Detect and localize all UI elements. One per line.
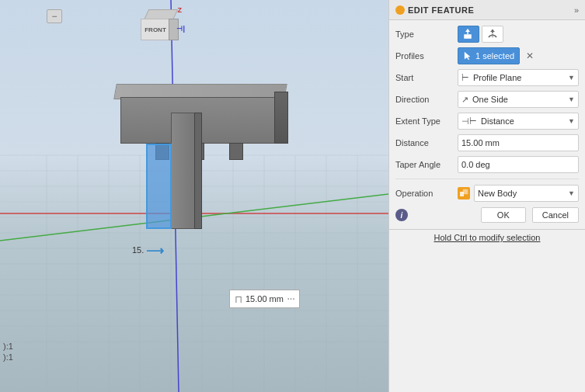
extent-type-icon: ⊣⊢ — [461, 116, 477, 127]
direction-row: Direction ↗ One Side ▼ — [389, 88, 585, 110]
type-btn-revolve[interactable] — [482, 26, 503, 43]
extent-type-label: Extent Type — [395, 116, 458, 126]
extrude-arrow: ⟶ — [146, 243, 164, 258]
direction-dropdown[interactable]: ↗ One Side ▼ — [458, 91, 579, 108]
start-label: Start — [395, 73, 458, 82]
distance-label: Distance — [395, 138, 458, 147]
operation-icon — [458, 187, 470, 199]
panel-header: EDIT FEATURE » — [389, 0, 585, 20]
type-btn-extrude[interactable] — [458, 26, 479, 43]
dim-label: 15. — [132, 245, 144, 255]
model-right-face — [274, 92, 288, 144]
cancel-button[interactable]: Cancel — [532, 207, 579, 223]
svg-rect-34 — [463, 189, 468, 194]
dim-box-bracket: ⊓ — [235, 293, 242, 305]
extent-type-dropdown[interactable]: ⊣⊢ Distance ▼ — [458, 113, 579, 130]
taper-angle-row: Taper Angle — [389, 154, 585, 175]
model-stem-front — [171, 113, 196, 229]
profiles-row: Profiles 1 selected ✕ — [389, 45, 585, 67]
start-prefix-icon: ⊢ — [461, 73, 469, 83]
profile-cursor-icon — [463, 51, 472, 61]
direction-value: One Side — [472, 95, 566, 104]
corner-cube[interactable]: FRONT Z ⊣| — [134, 6, 185, 57]
operation-control: New Body ▼ — [458, 185, 579, 202]
direction-prefix-icon: ↗ — [461, 95, 468, 105]
panel-title: EDIT FEATURE — [408, 5, 474, 15]
info-icon[interactable]: i — [395, 209, 408, 221]
viewport-3d[interactable]: 15. ⟶ ⊓ 15.00 mm ··· − FRONT Z ⊣| ):1 ):… — [0, 0, 388, 392]
profiles-control: 1 selected ✕ — [458, 47, 579, 64]
distance-input[interactable] — [458, 134, 579, 151]
bottom-label-0: ):1 — [0, 341, 16, 352]
ok-button[interactable]: OK — [481, 207, 526, 223]
svg-marker-32 — [465, 52, 470, 60]
profiles-label: Profiles — [395, 51, 458, 61]
start-control: ⊢ Profile Plane ▼ — [458, 69, 579, 86]
profiles-selected-button[interactable]: 1 selected — [458, 47, 520, 64]
action-buttons: OK Cancel — [481, 207, 579, 223]
extent-type-row: Extent Type ⊣⊢ Distance ▼ — [389, 110, 585, 132]
panel-expand-button[interactable]: » — [574, 5, 579, 15]
start-dropdown[interactable]: ⊢ Profile Plane ▼ — [458, 69, 579, 86]
panel-body: Type — [389, 20, 585, 229]
type-row: Type — [389, 23, 585, 45]
taper-angle-control — [458, 156, 579, 173]
start-value: Profile Plane — [473, 73, 566, 82]
direction-control: ↗ One Side ▼ — [458, 91, 579, 108]
operation-dropdown[interactable]: New Body ▼ — [474, 185, 579, 202]
type-label: Type — [395, 29, 458, 39]
edit-feature-panel: EDIT FEATURE » Type — [388, 0, 585, 392]
distance-row: Distance — [389, 132, 585, 154]
dim-box-dots: ··· — [287, 292, 294, 306]
operation-row: Operation New Body ▼ — [389, 182, 585, 204]
cube-x-label: ⊣| — [176, 25, 185, 33]
taper-angle-label: Taper Angle — [395, 160, 458, 169]
model-stem-side — [194, 113, 202, 229]
svg-marker-31 — [490, 29, 495, 32]
panel-divider — [395, 179, 579, 179]
info-ok-row: i OK Cancel — [389, 204, 585, 226]
hold-ctrl-note: Hold Ctrl to modify selection — [389, 229, 585, 248]
type-control — [458, 26, 579, 43]
extrude-highlight-face[interactable] — [146, 144, 172, 229]
start-dropdown-arrow: ▼ — [568, 74, 575, 82]
direction-dropdown-arrow: ▼ — [568, 95, 575, 103]
extent-type-dropdown-arrow: ▼ — [568, 117, 575, 125]
model-foot-far — [229, 143, 243, 160]
taper-angle-input[interactable] — [458, 156, 579, 173]
cube-z-label: Z — [178, 6, 183, 14]
start-row: Start ⊢ Profile Plane ▼ — [389, 67, 585, 88]
operation-dropdown-arrow: ▼ — [568, 189, 575, 197]
panel-header-icon — [395, 5, 405, 15]
dim-box-value[interactable]: 15.00 mm — [245, 294, 284, 304]
profiles-selected-text: 1 selected — [475, 51, 514, 61]
bottom-labels: ):1 ):1 — [0, 341, 16, 363]
svg-marker-29 — [465, 29, 470, 32]
bottom-label-1: ):1 — [0, 352, 16, 363]
minimize-button[interactable]: − — [47, 9, 62, 23]
operation-label: Operation — [395, 189, 458, 198]
distance-control — [458, 134, 579, 151]
svg-rect-27 — [464, 34, 472, 39]
profiles-clear-button[interactable]: ✕ — [524, 50, 536, 62]
extent-type-value: Distance — [481, 116, 566, 126]
direction-label: Direction — [395, 95, 458, 104]
extent-type-control: ⊣⊢ Distance ▼ — [458, 113, 579, 130]
cube-front: FRONT — [141, 19, 170, 40]
dim-box[interactable]: ⊓ 15.00 mm ··· — [229, 290, 300, 308]
operation-value: New Body — [478, 189, 566, 198]
